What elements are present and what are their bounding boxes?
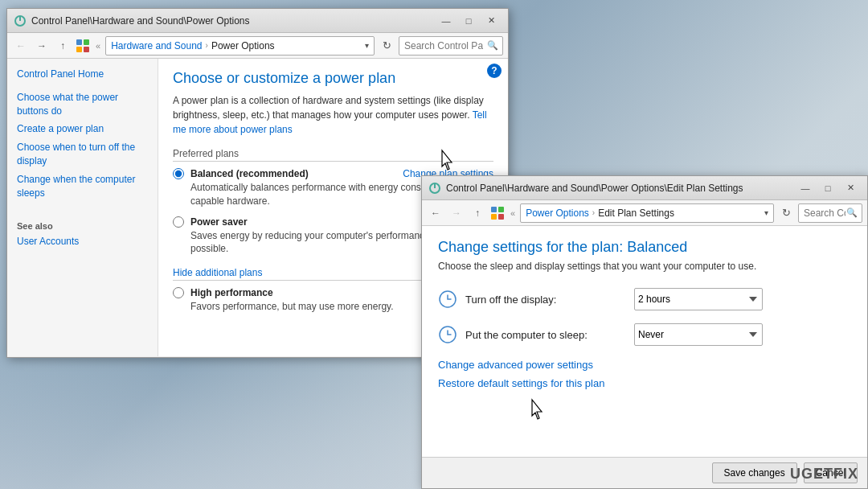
sidebar-main-links: Control Panel Home Choose what the power… [7,65,158,202]
plan-high-perf-name: High performance [190,287,273,298]
breadcrumb-hardware-sound[interactable]: Hardware and Sound [111,40,202,51]
window2-controls: — □ ✕ [795,180,861,196]
sidebar-item-computer-sleeps[interactable]: Change when the computer sleeps [7,171,158,203]
breadcrumb-power-options: Power Options [211,40,275,51]
edit-plan-subtitle: Choose the sleep and display settings th… [438,261,851,272]
svg-rect-2 [76,39,82,45]
plan-power-saver-name: Power saver [190,216,248,228]
svg-rect-4 [76,47,82,52]
edit-plan-links: Change advanced power settings Restore d… [438,359,851,389]
window1-help-button[interactable]: ? [487,64,502,78]
window1-breadcrumb[interactable]: Hardware and Sound › Power Options ▾ [105,36,375,55]
sidebar-item-power-buttons[interactable]: Choose what the power buttons do [7,88,158,121]
window2-content: Change settings for the plan: Balanced C… [422,226,867,487]
window2-address-bar: ← → ↑ « Power Options › Edit Plan Settin… [422,200,867,226]
watermark: UGETFIX [790,466,858,483]
edit-plan-heading: Change settings for the plan: Balanced [438,239,851,256]
svg-rect-11 [498,214,504,220]
sidebar-item-create-plan[interactable]: Create a power plan [7,120,158,138]
breadcrumb-sep1: › [206,41,208,50]
breadcrumb-dropdown2[interactable]: ▾ [764,208,768,217]
window2-breadcrumb-arrows: « [509,208,517,218]
breadcrumb-power-options-link[interactable]: Power Options [526,208,589,219]
svg-rect-9 [498,207,504,212]
window1-controls: — □ ✕ [436,13,502,29]
plan-high-perf-radio[interactable] [173,287,184,298]
monitor-icon [438,290,457,309]
window1-close-button[interactable]: ✕ [481,13,502,29]
plan-power-saver-radio[interactable] [173,216,184,228]
window1-intro-text: A power plan is a collection of hardware… [173,93,493,137]
window2-breadcrumb[interactable]: Power Options › Edit Plan Settings ▾ [520,203,774,223]
window1-address-bar: ← → ↑ « Hardware and Sound › Power Optio… [7,33,508,59]
window2-refresh-button[interactable]: ↻ [777,204,795,222]
window1-minimize-button[interactable]: — [436,13,457,29]
window2-titlebar: Control Panel\Hardware and Sound\Power O… [422,176,867,200]
save-changes-button[interactable]: Save changes [712,462,797,483]
window1-forward-button[interactable]: → [33,37,51,55]
sidebar-see-also: See also User Accounts [7,215,158,251]
display-setting-label: Turn off the display: [465,294,626,306]
window1-main-heading: Choose or customize a power plan [173,70,493,87]
svg-rect-3 [84,39,89,45]
breadcrumb-arrows: « [94,41,102,51]
window1-titlebar: Control Panel\Hardware and Sound\Power O… [7,9,508,33]
window2-maximize-button[interactable]: □ [817,180,838,196]
svg-rect-8 [491,207,497,212]
edit-plan-window: Control Panel\Hardware and Sound\Power O… [421,175,868,489]
restore-defaults-link[interactable]: Restore default settings for this plan [438,377,851,389]
plan-balanced-radio[interactable] [173,168,184,179]
window2-title: Control Panel\Hardware and Sound\Power O… [446,183,788,194]
power-options-icon [14,14,27,27]
window2-up-button[interactable]: ↑ [469,204,486,222]
window1-back-button[interactable]: ← [12,37,30,55]
edit-plan-icon [428,182,441,195]
sidebar-item-user-accounts[interactable]: User Accounts [7,232,158,251]
sleep-setting-row: Put the computer to sleep: Never 1 hour … [438,323,851,346]
window2-control-panel-icon [489,205,506,221]
intro-body: A power plan is a collection of hardware… [173,95,484,121]
sleep-icon [438,325,457,344]
hide-section-toggle[interactable]: Hide additional plans [173,267,262,278]
breadcrumb-sep2: › [592,208,595,217]
svg-rect-5 [84,47,89,52]
window1-refresh-button[interactable]: ↻ [378,37,395,55]
search-icon: 🔍 [487,40,498,51]
sleep-setting-label: Put the computer to sleep: [465,329,626,341]
window2-close-button[interactable]: ✕ [840,180,861,196]
window2-back-button[interactable]: ← [427,204,444,222]
control-panel-icon [75,38,91,54]
display-setting-select[interactable]: 2 hours Never 1 hour 30 minutes [634,288,763,310]
breadcrumb-edit-plan: Edit Plan Settings [598,208,674,219]
sidebar-item-turn-off-display[interactable]: Choose when to turn off the display [7,138,158,171]
window1-sidebar: Control Panel Home Choose what the power… [7,59,158,356]
svg-rect-10 [491,214,497,220]
plan-balanced-name: Balanced (recommended) [190,168,309,179]
preferred-section-label: Preferred plans [173,148,493,162]
window1-maximize-button[interactable]: □ [458,13,479,29]
sidebar-item-control-panel-home[interactable]: Control Panel Home [7,65,158,84]
window2-search-icon: 🔍 [846,208,858,218]
change-advanced-settings-link[interactable]: Change advanced power settings [438,359,851,371]
see-also-title: See also [7,215,158,232]
display-setting-row: Turn off the display: 2 hours Never 1 ho… [438,288,851,310]
window1-search-wrapper: 🔍 [399,36,503,55]
breadcrumb-dropdown[interactable]: ▾ [365,41,369,50]
window1-up-button[interactable]: ↑ [54,37,72,55]
window2-forward-button[interactable]: → [448,204,465,222]
sleep-setting-select[interactable]: Never 1 hour 2 hours 30 minutes [634,323,763,346]
window2-search-wrapper: 🔍 [798,203,862,223]
window1-title: Control Panel\Hardware and Sound\Power O… [31,15,429,27]
window2-minimize-button[interactable]: — [795,180,816,196]
